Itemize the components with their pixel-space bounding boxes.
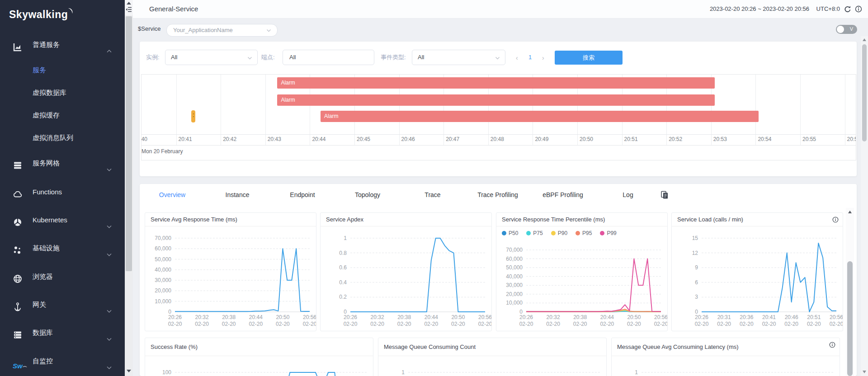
tab-log[interactable]: Log (595, 184, 660, 206)
chart-plot: 10.80.60.40.20 (378, 356, 606, 376)
info-icon[interactable] (832, 216, 839, 223)
svg-text:20:38: 20:38 (222, 314, 236, 320)
instance-select[interactable]: All (165, 50, 258, 65)
svg-text:20:51: 20:51 (807, 314, 821, 320)
sidebar-item-label: 虚拟数据库 (33, 83, 66, 103)
legend-item-p99[interactable]: P99 (600, 230, 616, 236)
alarm-bar[interactable]: Alarm (277, 77, 714, 89)
tab-trace-profiling[interactable]: Trace Profiling (465, 184, 530, 206)
sidebar-item-virtual-mq[interactable]: 虚拟消息队列 (0, 128, 125, 148)
svg-text:50,000: 50,000 (506, 264, 523, 271)
info-icon[interactable] (829, 341, 836, 348)
window-scrollbar-thumb[interactable] (862, 44, 867, 141)
sidebar-item-browser[interactable]: 浏览器 (0, 267, 125, 287)
pager-next-icon[interactable]: › (542, 54, 544, 61)
pager-page-number[interactable]: 1 (528, 54, 532, 61)
refresh-icon[interactable] (844, 5, 852, 13)
endpoint-input-field[interactable] (288, 53, 363, 61)
sidebar-scroll-down-icon[interactable] (127, 370, 131, 372)
tab-trace[interactable]: Trace (400, 184, 465, 206)
legend-item-p75[interactable]: P75 (526, 230, 542, 236)
tab-topology[interactable]: Topology (335, 184, 400, 206)
info-icon[interactable] (854, 5, 863, 13)
endpoint-input[interactable] (283, 50, 374, 65)
timeline-axis-line (142, 145, 856, 146)
sidebar-scrollbar[interactable] (125, 0, 133, 376)
event-type-filter-label: 事件类型: (381, 53, 406, 61)
svg-text:02-20: 02-20 (222, 321, 236, 327)
sidebar-item-virtual-cache[interactable]: 虚拟缓存 (0, 105, 125, 125)
svg-text:20:31: 20:31 (717, 314, 731, 320)
svg-text:20:26: 20:26 (168, 314, 182, 320)
svg-text:02-20: 02-20 (654, 321, 667, 327)
skywalking-logo: Skywalking (9, 7, 75, 21)
svg-text:20:56: 20:56 (478, 314, 491, 320)
chart-card-success-rate: Success Rate (%)100806040200 (145, 338, 373, 376)
logo-swoosh-icon (67, 7, 75, 15)
svg-text:02-20: 02-20 (195, 321, 209, 327)
window-scroll-down-icon[interactable] (863, 371, 866, 373)
svg-text:02-20: 02-20 (276, 321, 290, 327)
gateway-icon (13, 300, 23, 310)
svg-text:02-20: 02-20 (478, 321, 491, 327)
svg-text:20:50: 20:50 (451, 314, 465, 320)
legend-item-p95[interactable]: P95 (576, 230, 592, 236)
tab-overview[interactable]: Overview (140, 184, 205, 206)
timeline-tick-label: 20:50 (580, 136, 593, 142)
svg-text:20:56: 20:56 (830, 314, 843, 320)
legend-item-p90[interactable]: P90 (551, 230, 567, 236)
chart-card-message-queue-consuming-count: Message Queue Consuming Count10.80.60.40… (378, 338, 607, 376)
sidebar-item-gateway[interactable]: 网关 (0, 295, 125, 315)
sidebar-item-label: 自监控 (33, 351, 53, 371)
chart-card-service-load: Service Load (calls / min)1512963020:260… (671, 212, 843, 331)
sidebar-item-general-service-group[interactable]: 普通服务 (0, 35, 125, 55)
charts-scrollbar[interactable] (846, 208, 854, 376)
sidebar-item-database[interactable]: 数据库 (0, 323, 125, 343)
chart-card-service-apdex: Service Apdex10.80.60.40.2020:2602-2020:… (320, 212, 492, 331)
time-range-picker[interactable]: 2023-02-20 20:26 ~ 2023-02-20 20:56 (710, 5, 809, 12)
event-type-select[interactable]: All (412, 50, 505, 65)
sidebar-item-service[interactable]: 服务 (0, 60, 125, 80)
svg-text:100: 100 (162, 369, 171, 376)
alarm-bar-label: Alarm (281, 97, 295, 103)
legend-item-p50[interactable]: P50 (502, 230, 518, 236)
sidebar-item-virtual-database[interactable]: 虚拟数据库 (0, 83, 125, 103)
tab-endpoint[interactable]: Endpoint (270, 184, 335, 206)
copy-icon[interactable] (660, 190, 669, 199)
sidebar-item-infrastructure[interactable]: 基础设施 (0, 238, 125, 258)
sidebar-item-label: 虚拟缓存 (33, 105, 60, 125)
tab-instance[interactable]: Instance (205, 184, 270, 206)
pager-prev-icon[interactable]: ‹ (516, 54, 518, 61)
alarm-bar[interactable]: Alarm (277, 94, 714, 106)
svg-text:02-20: 02-20 (573, 321, 587, 327)
charts-scroll-up-icon[interactable] (848, 211, 852, 213)
chart-card-message-queue-avg-consuming-latency: Message Queue Avg Consuming Latency (ms)… (611, 338, 840, 376)
timeline-axis-line (142, 134, 856, 135)
sidebar-collapse-icon[interactable] (125, 6, 132, 13)
svg-text:10,000: 10,000 (155, 298, 171, 305)
chart-plot: 70,00060,00050,00040,00030,00020,00010,0… (145, 226, 316, 331)
sidebar-item-service-mesh[interactable]: 服务网格 (0, 153, 125, 173)
sidebar-item-label: 服务网格 (33, 153, 60, 173)
svg-text:20:50: 20:50 (276, 314, 289, 320)
svg-text:02-20: 02-20 (627, 321, 641, 327)
sidebar-item-kubernetes[interactable]: Kubernetes (0, 210, 125, 230)
timeline-tick-label: 20:45 (357, 136, 370, 142)
chevron-down-icon (266, 28, 272, 33)
search-button[interactable]: 搜索 (555, 51, 623, 65)
event-marker[interactable] (191, 110, 195, 122)
chevron-down-icon (106, 160, 112, 166)
window-scroll-up-icon[interactable] (863, 38, 866, 41)
tab-ebpf-profiling[interactable]: eBPF Profiling (530, 184, 595, 206)
version-toggle[interactable]: V (836, 25, 857, 34)
sidebar-scroll-up-icon[interactable] (127, 2, 131, 5)
sidebar-item-functions[interactable]: Functions (0, 182, 125, 202)
window-scrollbar[interactable] (861, 36, 868, 376)
sidebar-item-self-observability[interactable]: Sw⌢自监控 (0, 351, 125, 371)
alarm-bar[interactable]: Alarm (321, 111, 759, 122)
chart-title: Message Queue Consuming Count (378, 338, 606, 356)
sidebar-scrollbar-thumb[interactable] (126, 16, 132, 271)
charts-scrollbar-thumb[interactable] (847, 261, 853, 376)
tab-bar: OverviewInstanceEndpointTopologyTraceTra… (140, 184, 857, 206)
service-select[interactable]: Your_ApplicationName (166, 24, 278, 37)
